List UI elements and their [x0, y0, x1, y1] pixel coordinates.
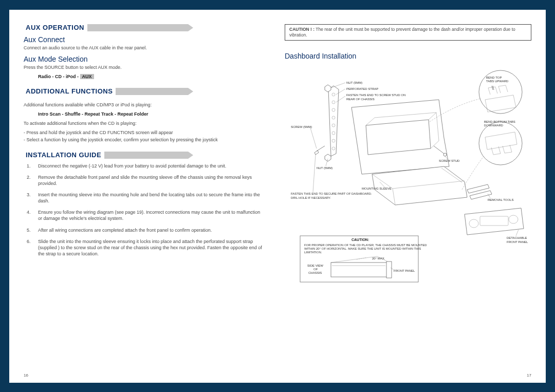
install-3: Insert the mounting sleeve into the moun…	[32, 192, 263, 204]
install-steps: Disconnect the negative (-12 V) lead fro…	[24, 163, 263, 257]
install-6: Slide the unit into the mounting sleeve …	[32, 238, 263, 257]
text-aux-connect: Connect an audio source to the AUX cable…	[24, 45, 263, 51]
svg-point-2	[332, 108, 335, 111]
svg-point-0	[332, 93, 335, 96]
heading-aux-mode: Aux Mode Selection	[24, 55, 263, 63]
label-screw5mm: SCREW (5MM)	[291, 125, 312, 128]
label-fasten-rear-2: REAR OF CHASSIS	[346, 98, 375, 101]
svg-marker-8	[325, 85, 331, 92]
svg-point-5	[332, 132, 335, 135]
caution-l3: LIMITATION.	[304, 251, 322, 254]
heading-install: INSTALLATION GUIDE	[24, 151, 104, 159]
svg-point-4	[332, 124, 335, 127]
caution-l1: FOR PROPER OPERATION OF THE CD PLAYER, T…	[304, 244, 427, 247]
label-detach-fp-1: DETACHABLE	[507, 236, 527, 239]
label-fasten-dash-2: DRIL HOLE IF NECESSARY.	[291, 196, 331, 199]
svg-line-14	[336, 96, 345, 102]
mode-sequence: Radio - CD - iPod - AUX	[24, 73, 263, 80]
label-mounting-sleeve: MOUNTING SLEEVE	[362, 187, 392, 190]
installation-diagram: NUT (5MM) PERFORATED STRAP FASTEN THIS E…	[285, 66, 531, 287]
svg-rect-31	[331, 263, 387, 277]
label-bend-top-1: BEND TOP	[486, 76, 502, 79]
svg-line-15	[310, 128, 317, 148]
svg-line-23	[488, 194, 490, 198]
heading-aux-connect: Aux Connect	[24, 35, 263, 44]
svg-line-18	[434, 146, 444, 154]
label-fasten-dash-1: FASTEN THIS END TO SECURE PART OF DASHBO…	[291, 192, 372, 195]
label-bend-bottom-1: BEND BOTTOM TABS	[484, 120, 515, 123]
manual-spread: AUX OPERATION Aux Connect Connect an aud…	[9, 10, 546, 383]
svg-marker-10	[314, 151, 319, 155]
dashboard-cutout-icon: SCREW STUD	[351, 97, 488, 174]
section-install: INSTALLATION GUIDE	[24, 152, 263, 159]
svg-line-17	[313, 155, 316, 192]
section-aux-operation: AUX OPERATION	[24, 24, 263, 31]
caution-label: CAUTION ! :	[289, 27, 314, 32]
install-2: Remove the detachable front panel and sl…	[32, 174, 263, 186]
svg-line-13	[336, 89, 345, 95]
step-1: Press and hold the joystick and the CD F…	[30, 129, 263, 136]
removal-tools-icon: REMOVAL TOOLS	[467, 184, 513, 201]
label-nut-a: NUT (5MM)	[346, 81, 362, 84]
label-20max: 20° MAX.	[372, 257, 385, 260]
label-screw-stud: SCREW STUD	[439, 159, 460, 162]
label-sideview-2: OF	[313, 268, 318, 271]
step-2: Select a function by using the joystick …	[30, 137, 263, 143]
text-aux-mode: Press the SOURCE button to select AUX mo…	[24, 64, 263, 70]
right-page: CAUTION ! : The rear of the unit must be…	[278, 10, 546, 383]
svg-point-7	[332, 147, 335, 150]
mount-angle-caution-icon: CAUTION: FOR PROPER OPERATION OF THE CD …	[300, 236, 427, 282]
label-caution-hd: CAUTION:	[351, 238, 369, 241]
caution-text: The rear of the unit must be supported t…	[289, 27, 515, 38]
additional-modes: Intro Scan - Shuffle - Repeat Track - Re…	[24, 111, 263, 117]
text-additional-2: To activate additional functions when th…	[24, 120, 263, 126]
text-additional-1: Additional functions avaliable while CD/…	[24, 102, 263, 108]
heading-additional: ADDITIONAL FUNCTIONS	[24, 87, 116, 95]
svg-marker-11	[325, 154, 331, 161]
label-bend-top-2: TABS UPWARD	[486, 80, 509, 83]
heading-aux-op: AUX OPERATION	[24, 24, 87, 31]
svg-line-27	[516, 230, 519, 236]
label-bend-bottom-2: DOWNWARD	[484, 124, 504, 127]
caution-l2: WITHIN 20° OF HORIZONTAL. MAKE SURE THE …	[304, 247, 421, 250]
section-additional: ADDITIONAL FUNCTIONS	[24, 88, 263, 95]
label-front-panel: FRONT PANEL	[394, 269, 415, 272]
additional-steps: Press and hold the joystick and the CD F…	[24, 129, 263, 143]
label-fasten-rear-1: FASTEN THIS END TO SCREW STUD ON	[346, 94, 405, 97]
svg-line-12	[331, 83, 345, 88]
install-5: After all wiring connections are complet…	[32, 227, 263, 233]
svg-line-9	[317, 146, 325, 151]
svg-rect-32	[386, 262, 392, 278]
svg-point-29	[479, 122, 522, 165]
label-sideview-3: CHASSIS	[308, 271, 322, 274]
label-sideview-1: SIDE VIEW	[307, 264, 323, 267]
install-1: Disconnect the negative (-12 V) lead fro…	[32, 163, 263, 169]
label-nut-b: NUT (5MM)	[317, 166, 332, 170]
page-number-right: 17	[527, 373, 531, 378]
detail-tabs-up-icon: BEND TOP TABS UPWARD	[479, 70, 522, 114]
label-perf-strap: PERFORATED STRAP	[346, 87, 378, 90]
svg-point-6	[332, 139, 335, 142]
heading-dashboard: Dashboard Installation	[285, 52, 531, 60]
svg-point-19	[443, 153, 447, 156]
modes-highlight: AUX	[80, 74, 94, 79]
left-page: AUX OPERATION Aux Connect Connect an aud…	[9, 10, 278, 383]
detail-tabs-down-icon: BEND BOTTOM TABS DOWNWARD	[479, 120, 522, 165]
label-removal-tools: REMOVAL TOOLS	[488, 198, 513, 201]
front-panel-icon: DETACHABLE FRONT PANEL	[465, 208, 528, 244]
caution-box: CAUTION ! : The rear of the unit must be…	[285, 24, 531, 41]
svg-point-3	[332, 116, 335, 119]
install-4: Ensure you follow the wiring diagram (se…	[32, 209, 263, 221]
modes-prefix: Radio - CD - iPod -	[38, 74, 80, 79]
svg-point-1	[332, 101, 335, 104]
label-detach-fp-2: FRONT PANEL	[507, 240, 528, 244]
page-number-left: 16	[24, 373, 28, 378]
